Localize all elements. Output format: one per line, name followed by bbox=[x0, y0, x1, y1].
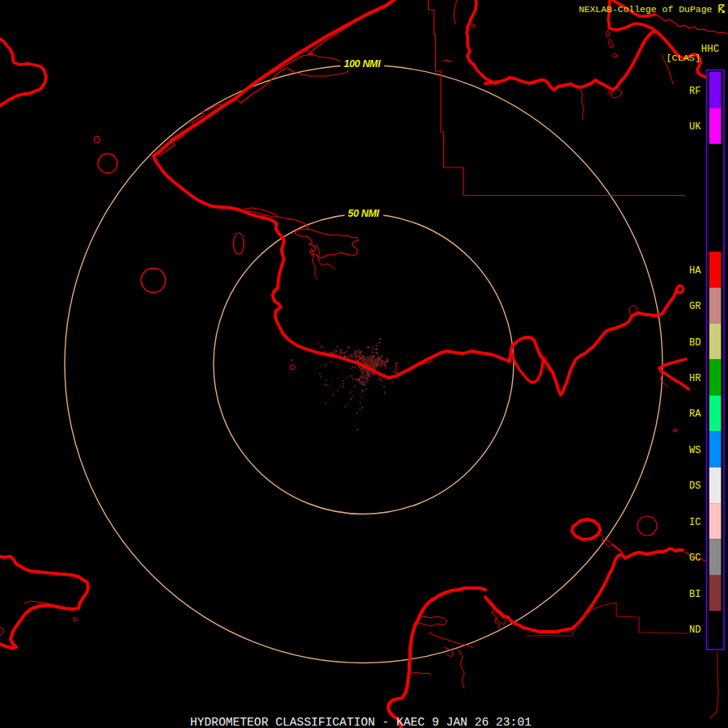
svg-text:WS: WS bbox=[689, 445, 700, 456]
svg-text:ND: ND bbox=[689, 624, 700, 636]
svg-text:HHC: HHC bbox=[701, 44, 719, 55]
svg-text:NEXLAB-College of DuPage: NEXLAB-College of DuPage bbox=[579, 4, 713, 15]
svg-text:GR: GR bbox=[689, 301, 700, 312]
svg-text:50 NMI: 50 NMI bbox=[348, 208, 379, 219]
svg-text:BD: BD bbox=[689, 337, 700, 349]
svg-text:BI: BI bbox=[689, 589, 700, 600]
svg-text:HR: HR bbox=[689, 373, 700, 384]
svg-text:UK: UK bbox=[689, 121, 701, 133]
svg-text:GC: GC bbox=[689, 552, 700, 564]
svg-text:RF: RF bbox=[689, 86, 700, 97]
svg-text:[CLAS]: [CLAS] bbox=[667, 53, 700, 64]
svg-text:RA: RA bbox=[689, 408, 701, 420]
svg-text:HYDROMETEOR CLASSIFICATION - K: HYDROMETEOR CLASSIFICATION - KAEC 9 JAN … bbox=[190, 716, 531, 728]
svg-text:DS: DS bbox=[689, 480, 700, 492]
svg-text:100 NMI: 100 NMI bbox=[344, 58, 381, 70]
svg-text:HA: HA bbox=[689, 265, 701, 277]
svg-text:IC: IC bbox=[689, 517, 700, 528]
